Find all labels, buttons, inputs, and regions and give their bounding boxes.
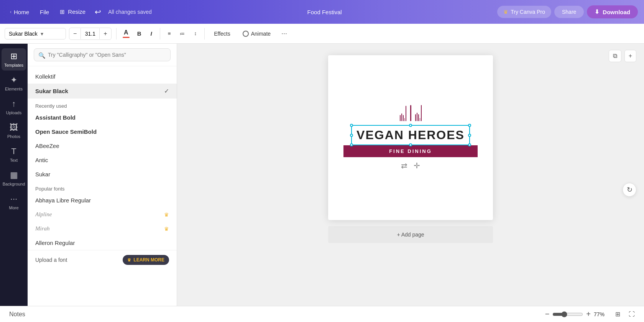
- sidebar-photos-label: Photos: [7, 134, 20, 139]
- font-selector-dropdown[interactable]: Sukar Black ▾: [5, 28, 66, 39]
- zoom-in-button[interactable]: +: [586, 310, 591, 319]
- home-label: Home: [14, 9, 29, 15]
- font-panel: 🔍 Kollektif Sukar Black ✓ Recently used …: [28, 44, 177, 322]
- font-size-control: − +: [69, 28, 112, 40]
- text-toolbar: Sukar Black ▾ − + A B I ≡ ≔ ↕ Effects An…: [0, 24, 644, 44]
- list-button[interactable]: ≔: [177, 28, 188, 39]
- selection-handle-tl: [350, 124, 353, 127]
- download-button[interactable]: ⬇ Download: [587, 5, 638, 18]
- notes-button[interactable]: Notes: [6, 309, 28, 319]
- download-icon: ⬇: [595, 8, 600, 15]
- selection-handle-bm: [409, 143, 412, 146]
- current-font-name: Sukar Black: [9, 31, 38, 37]
- sidebar-text-label: Text: [10, 158, 18, 163]
- selection-handle-rm: [468, 134, 471, 137]
- font-size-increase-button[interactable]: +: [100, 28, 111, 39]
- toolbar-divider-3: [204, 28, 205, 39]
- autosave-status: All changes saved: [108, 9, 152, 15]
- effects-button[interactable]: Effects: [209, 28, 235, 39]
- font-item-mirah[interactable]: Mirah ♛: [28, 222, 177, 236]
- resize-button[interactable]: ⊞ Resize: [56, 6, 89, 18]
- sidebar-item-background[interactable]: ▦ Background: [2, 167, 26, 189]
- sidebar-uploads-label: Uploads: [6, 110, 21, 115]
- text-align-button[interactable]: ≡: [165, 28, 174, 39]
- font-name: Kollektif: [35, 73, 56, 80]
- sidebar-item-text[interactable]: T Text: [2, 143, 26, 166]
- sidebar-templates-label: Templates: [4, 63, 23, 67]
- add-page-label: + Add page: [397, 232, 424, 238]
- font-item-antic[interactable]: Antic: [28, 153, 177, 167]
- zoom-slider[interactable]: [552, 311, 583, 317]
- view-mode-buttons: ⊞ ⛶: [612, 309, 638, 319]
- line-spacing-button[interactable]: ↕: [191, 28, 200, 39]
- try-canva-pro-button[interactable]: ♛ Try Canva Pro: [497, 6, 551, 18]
- text-color-letter-icon: A: [124, 29, 128, 36]
- add-page-icon-button[interactable]: +: [624, 50, 636, 62]
- learn-more-button[interactable]: ♛ LEARN MORE: [123, 255, 169, 265]
- toolbar-divider-2: [160, 28, 160, 39]
- bottom-bar: Notes − + 77% ⊞ ⛶: [0, 306, 644, 322]
- font-list: Kollektif Sukar Black ✓ Recently used As…: [28, 66, 177, 322]
- font-size-input[interactable]: [80, 28, 100, 39]
- sidebar-item-elements[interactable]: ✦ Elements: [2, 72, 26, 94]
- dropdown-arrow-icon: ▾: [41, 31, 43, 37]
- sidebar-item-uploads[interactable]: ↑ Uploads: [2, 96, 26, 118]
- more-icon: ···: [10, 194, 17, 204]
- font-item-alleron[interactable]: Alleron Regular: [28, 236, 177, 250]
- sidebar-item-more[interactable]: ··· More: [2, 191, 26, 213]
- fullscreen-button[interactable]: ⛶: [626, 309, 638, 319]
- file-menu-button[interactable]: File: [36, 7, 53, 18]
- share-button[interactable]: Share: [554, 6, 584, 18]
- sidebar-elements-label: Elements: [5, 87, 23, 91]
- more-options-button[interactable]: ···: [278, 27, 290, 40]
- swap-icon[interactable]: ⇄: [401, 161, 407, 170]
- sidebar-item-templates[interactable]: ⊞ Templates: [2, 48, 26, 71]
- font-search-bar: 🔍: [28, 44, 177, 66]
- toolbar-divider-1: [116, 28, 117, 39]
- font-item-alpline[interactable]: Alpline ♛: [28, 207, 177, 222]
- font-name: Alpline: [35, 211, 52, 218]
- font-item-open-sauce[interactable]: Open Sauce SemiBold: [28, 125, 177, 139]
- move-icon[interactable]: ✛: [414, 161, 420, 170]
- zoom-out-button[interactable]: −: [545, 310, 550, 319]
- canvas-area: ⧉ + ↻: [177, 44, 644, 322]
- back-chevron-icon: ‹: [10, 9, 12, 15]
- rotate-float-button[interactable]: ↻: [623, 183, 636, 197]
- font-search-input[interactable]: [34, 48, 171, 61]
- duplicate-page-button[interactable]: ⧉: [609, 50, 621, 62]
- bold-button[interactable]: B: [134, 28, 145, 39]
- font-item-assistant-bold[interactable]: Assistant Bold: [28, 110, 177, 125]
- italic-button[interactable]: I: [148, 28, 155, 39]
- learn-more-label: LEARN MORE: [133, 257, 164, 263]
- sidebar-item-photos[interactable]: 🖼 Photos: [2, 120, 26, 142]
- home-button[interactable]: ‹ Home: [6, 7, 33, 18]
- templates-icon: ⊞: [10, 51, 17, 61]
- top-navigation: ‹ Home File ⊞ Resize ↩ All changes saved…: [0, 0, 644, 24]
- font-item-kollektif[interactable]: Kollektif: [28, 69, 177, 84]
- font-item-sukar-black[interactable]: Sukar Black ✓: [28, 84, 177, 99]
- sidebar-more-label: More: [9, 205, 18, 210]
- fork-icon: [400, 105, 406, 121]
- font-name: Alleron Regular: [35, 240, 75, 246]
- text-selection-container[interactable]: VEGAN HEROES: [351, 125, 470, 145]
- font-item-sukar[interactable]: Sukar: [28, 167, 177, 181]
- add-page-button[interactable]: + Add page: [328, 226, 493, 243]
- font-name: ABeeZee: [35, 143, 59, 149]
- vegan-heroes-text: VEGAN HEROES: [356, 128, 465, 142]
- undo-button[interactable]: ↩: [92, 5, 104, 19]
- text-icon: T: [11, 146, 16, 156]
- selection-handle-tm: [409, 124, 412, 127]
- undo-icon: ↩: [95, 8, 101, 16]
- animate-button[interactable]: Animate: [238, 28, 275, 39]
- crown-icon: ♛: [503, 9, 508, 15]
- font-item-abeezee[interactable]: ABeeZee: [28, 139, 177, 153]
- canvas-controls: ⇄ ✛: [401, 161, 420, 170]
- try-pro-label: Try Canva Pro: [511, 9, 545, 15]
- text-color-button[interactable]: A: [121, 28, 131, 39]
- font-size-decrease-button[interactable]: −: [69, 28, 80, 39]
- upload-font-row: Upload a font ♛ LEARN MORE: [28, 250, 177, 269]
- font-item-abhaya[interactable]: Abhaya Libre Regular: [28, 193, 177, 207]
- notes-label: Notes: [9, 311, 25, 317]
- popular-fonts-header: Popular fonts: [28, 181, 177, 193]
- grid-view-button[interactable]: ⊞: [612, 309, 623, 319]
